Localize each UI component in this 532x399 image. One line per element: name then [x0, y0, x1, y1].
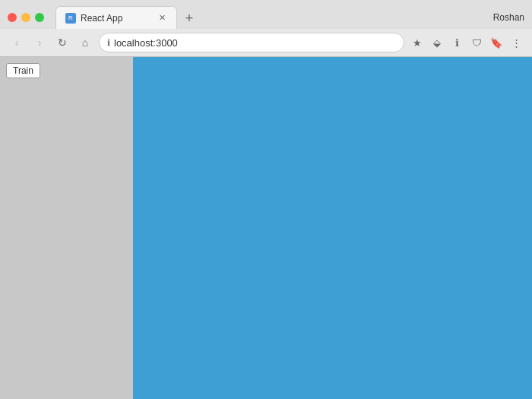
address-bar[interactable]: ℹ localhost:3000 [99, 33, 404, 52]
pocket-button[interactable]: 🔖 [488, 34, 505, 51]
back-button[interactable]: ‹ [8, 33, 26, 52]
tab-bar: R React App ✕ + [55, 6, 493, 29]
maximize-button[interactable] [35, 13, 44, 22]
page-content: Train [0, 57, 532, 399]
title-bar: R React App ✕ + Roshan [0, 0, 532, 29]
main-area [133, 57, 532, 399]
nav-bar: ‹ › ↻ ⌂ ℹ localhost:3000 ★ ⬙ ℹ 🛡 🔖 ⋮ [0, 29, 532, 56]
browser-chrome: R React App ✕ + Roshan ‹ › ↻ ⌂ ℹ localho… [0, 0, 532, 57]
info-button[interactable]: ℹ [448, 34, 465, 51]
forward-button[interactable]: › [30, 33, 49, 52]
new-tab-button[interactable]: + [179, 8, 200, 29]
nav-actions: ★ ⬙ ℹ 🛡 🔖 ⋮ [409, 34, 524, 51]
sidebar: Train [0, 57, 133, 399]
shield-button[interactable]: 🛡 [468, 34, 485, 51]
train-button[interactable]: Train [6, 63, 40, 78]
tab-favicon: R [65, 13, 76, 24]
user-name: Roshan [493, 12, 524, 23]
window-controls [8, 13, 44, 22]
bookmark-star-button[interactable]: ★ [409, 34, 426, 51]
refresh-button[interactable]: ↻ [53, 33, 71, 52]
minimize-button[interactable] [21, 13, 30, 22]
tab-title: React App [81, 13, 152, 24]
active-tab[interactable]: R React App ✕ [55, 6, 177, 29]
menu-button[interactable]: ⋮ [508, 34, 524, 51]
address-text: localhost:3000 [114, 37, 396, 49]
extension-button[interactable]: ⬙ [429, 34, 445, 51]
close-button[interactable] [8, 13, 17, 22]
address-info-icon: ℹ [107, 38, 110, 48]
tab-close-button[interactable]: ✕ [157, 13, 167, 24]
home-button[interactable]: ⌂ [76, 33, 94, 52]
